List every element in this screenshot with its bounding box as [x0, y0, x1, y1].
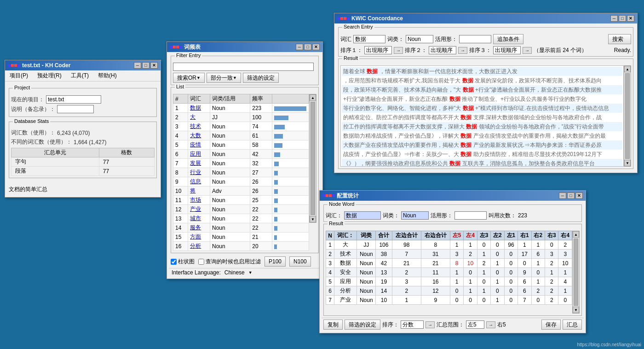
- sort1-arrow-btn[interactable]: →: [394, 47, 403, 54]
- filter-settings-btn[interactable]: 筛选的设定: [243, 73, 279, 83]
- kwic-search-btn[interactable]: 搜索: [608, 34, 631, 44]
- freq-cell-word[interactable]: 产业: [188, 205, 210, 214]
- freq-table-row[interactable]: 15 方面 Noun 21: [173, 233, 309, 242]
- freq-cell-word[interactable]: 技术: [188, 122, 210, 131]
- freq-cell-word[interactable]: 发展: [188, 159, 210, 168]
- freq-close-btn[interactable]: ✕: [312, 44, 320, 50]
- sort1-input[interactable]: [364, 46, 392, 54]
- kwic-close-btn[interactable]: ✕: [627, 15, 634, 22]
- freq-table-row[interactable]: 3 技术 Noun 74: [173, 122, 309, 131]
- main-close-btn[interactable]: ✕: [150, 62, 158, 69]
- sort2-arrow-btn[interactable]: →: [458, 47, 467, 54]
- bar-chart-checkbox-label[interactable]: 柱状图: [171, 258, 195, 266]
- scroll-up-btn[interactable]: ▲: [310, 94, 316, 101]
- freq-scrollbar[interactable]: ▲ ▼: [309, 94, 316, 223]
- freq-table-row[interactable]: 13 城市 Noun 22: [173, 214, 309, 223]
- freq-cell-word[interactable]: 疫情: [188, 140, 210, 150]
- filter-input[interactable]: [173, 63, 314, 71]
- kwic-form-input[interactable]: [459, 35, 491, 43]
- freq-table-row[interactable]: 7 发展 Noun 32: [173, 159, 309, 168]
- freq-table-row[interactable]: 6 应用 Noun 42: [173, 150, 309, 159]
- freq-cell-word[interactable]: 行业: [188, 168, 210, 177]
- menu-tools[interactable]: 工具(T): [69, 71, 91, 80]
- range-arrow[interactable]: →: [486, 321, 495, 328]
- filter-checkbox[interactable]: [198, 259, 204, 265]
- copy-btn[interactable]: 复制: [323, 320, 343, 330]
- freq-cell-word[interactable]: 数据: [188, 104, 210, 113]
- freq-cell-word[interactable]: 将: [188, 186, 210, 196]
- stats-scroll-down[interactable]: ▼: [573, 307, 579, 313]
- stats-scroll-thumb[interactable]: [574, 238, 578, 306]
- stats-table-row[interactable]: 4 安全 Noun 13 2 11 1 0 1 0 0 9 0 1 1: [326, 268, 572, 277]
- total-range-input[interactable]: [466, 320, 484, 329]
- kwic-type-input[interactable]: [406, 35, 433, 43]
- partial-match-btn[interactable]: 部分一致 ▼: [207, 73, 241, 83]
- sort-arrow[interactable]: →: [426, 321, 435, 328]
- freq-table-row[interactable]: 2 大 JJ 100: [173, 113, 309, 122]
- freq-cell-word[interactable]: 应用: [188, 150, 210, 159]
- kwic-minimize-btn[interactable]: ─: [610, 15, 618, 22]
- freq-table-row[interactable]: 14 服务 Noun 22: [173, 223, 309, 233]
- menu-preprocess[interactable]: 预处理(R): [35, 71, 63, 80]
- kwic-scrollbar[interactable]: ▲ ▼: [624, 65, 631, 167]
- stats-scrollbar[interactable]: ▲ ▼: [572, 231, 580, 314]
- freq-table-row[interactable]: 8 行业 Noun 27: [173, 168, 309, 177]
- scroll-down-btn[interactable]: ▼: [310, 216, 316, 222]
- search-or-btn[interactable]: 搜索OR ▼: [173, 73, 205, 83]
- n100-btn[interactable]: N100: [289, 256, 311, 267]
- main-minimize-btn[interactable]: ─: [134, 62, 141, 69]
- stats-filter-btn[interactable]: 筛选的设定: [345, 320, 380, 330]
- stats-table-row[interactable]: 1 大 JJ 106 98 8 1 1 0 0 96 1 1 0 2: [326, 240, 572, 250]
- stats-table-row[interactable]: 3 数据 Noun 42 21 21 8 10 2 1 0 0 1 2 10: [326, 259, 572, 268]
- stats-table-row[interactable]: 2 技术 Noun 38 7 31 3 2 1 0 0 17 6 3 3: [326, 250, 572, 259]
- freq-cell-word[interactable]: 方面: [188, 233, 210, 242]
- freq-cell-word[interactable]: 信息: [188, 177, 210, 186]
- kwic-scroll-thumb[interactable]: [625, 73, 630, 159]
- freq-cell-word[interactable]: 分析: [188, 242, 210, 251]
- sort-input[interactable]: [401, 320, 424, 329]
- kwic-add-btn[interactable]: 追加条件: [493, 34, 523, 44]
- freq-cell-word[interactable]: 大: [188, 113, 210, 122]
- kwic-word-input[interactable]: [353, 35, 385, 43]
- stats-form-input[interactable]: [454, 211, 487, 220]
- sort2-input[interactable]: [429, 46, 456, 54]
- notes-input[interactable]: [57, 105, 94, 113]
- freq-cell-word[interactable]: 市场: [188, 196, 210, 205]
- freq-cell-word[interactable]: 大数: [188, 131, 210, 140]
- kwic-maximize-btn[interactable]: □: [619, 15, 626, 22]
- freq-cell-word[interactable]: 城市: [188, 214, 210, 223]
- freq-table-row[interactable]: 10 将 Adv 26: [173, 186, 309, 196]
- stats-type-input[interactable]: [401, 211, 429, 220]
- menu-help[interactable]: 帮助(H): [96, 71, 119, 80]
- freq-table-row[interactable]: 16 分析 Noun 20: [173, 242, 309, 251]
- stats-table-row[interactable]: 6 分析 Noun 14 2 12 0 1 1 0 0 6 2 2 1: [326, 286, 572, 296]
- freq-minimize-btn[interactable]: ─: [296, 44, 303, 50]
- freq-table-row[interactable]: 9 信息 Noun 26: [173, 177, 309, 186]
- stats-minimize-btn[interactable]: ─: [559, 192, 566, 199]
- freq-table-row[interactable]: 1 数据 Noun 223: [173, 104, 309, 113]
- kwic-scroll-down[interactable]: ▼: [624, 160, 631, 166]
- main-maximize-btn[interactable]: □: [142, 62, 150, 69]
- filter-checkbox-label[interactable]: 查询的时候也启用过滤: [198, 258, 261, 266]
- sort3-arrow-btn[interactable]: →: [523, 47, 532, 54]
- stats-scroll-up[interactable]: ▲: [573, 231, 579, 238]
- stats-close-btn[interactable]: ✕: [575, 192, 583, 199]
- freq-table-row[interactable]: 4 大数 Noun 61: [173, 131, 309, 140]
- p100-btn[interactable]: P100: [264, 256, 286, 267]
- freq-table-row[interactable]: 12 产业 Noun 22: [173, 205, 309, 214]
- current-project-input[interactable]: [46, 95, 101, 104]
- save-btn[interactable]: 保存: [541, 320, 561, 330]
- freq-maximize-btn[interactable]: □: [304, 44, 311, 50]
- stats-table-row[interactable]: 7 产业 Noun 10 1 9 0 0 0 1 0 7 0 2 0: [326, 296, 572, 305]
- stats-maximize-btn[interactable]: □: [567, 192, 575, 199]
- freq-cell-word[interactable]: 服务: [188, 223, 210, 233]
- stats-table-row[interactable]: 5 应用 Noun 19 3 16 1 1 0 1 0 6 1 2 4: [326, 277, 572, 286]
- stats-word-input[interactable]: [344, 211, 381, 220]
- menu-project[interactable]: 项目(P): [8, 71, 30, 80]
- scroll-thumb[interactable]: [310, 102, 315, 215]
- freq-table-row[interactable]: 11 市场 Noun 25: [173, 196, 309, 205]
- bar-chart-checkbox[interactable]: [171, 259, 177, 265]
- summary-btn[interactable]: 汇总: [563, 320, 582, 330]
- freq-table-row[interactable]: 5 疫情 Noun 58: [173, 140, 309, 150]
- kwic-scroll-up[interactable]: ▲: [624, 66, 631, 72]
